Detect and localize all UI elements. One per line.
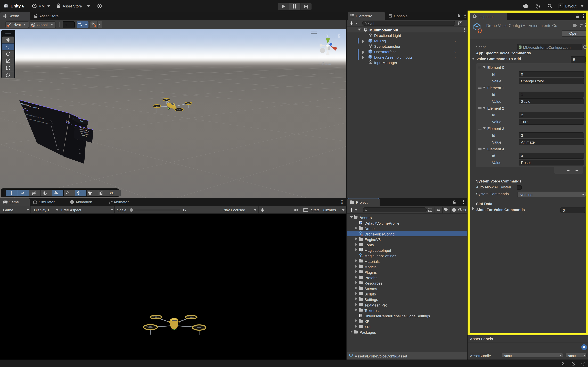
svg-text:x: x <box>338 47 340 51</box>
svg-text:z: z <box>332 41 333 44</box>
svg-text:{}: {} <box>477 28 482 33</box>
svg-text:#: # <box>519 46 521 49</box>
svg-text:y: y <box>327 33 328 37</box>
svg-text:?: ? <box>574 24 576 27</box>
svg-text:< Persp: < Persp <box>319 62 331 66</box>
svg-text:Y: Y <box>80 25 82 27</box>
